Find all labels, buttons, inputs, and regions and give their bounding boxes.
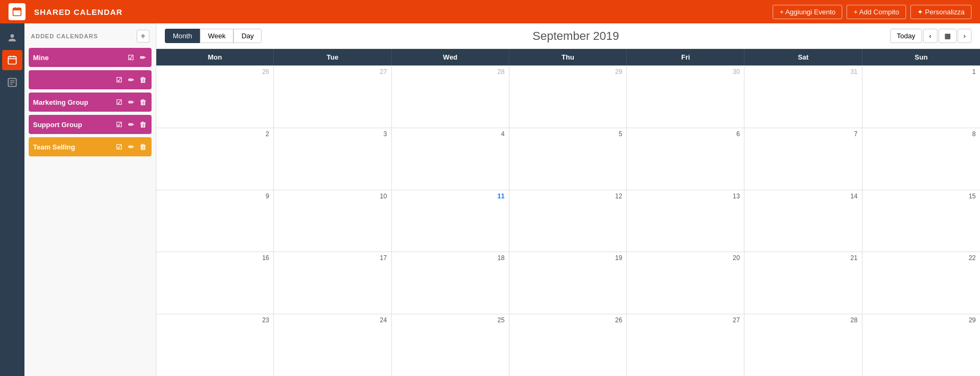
top-bar: SHARED CALENDAR + Aggiungi Evento + Add …	[0, 0, 980, 23]
cal-cell-28-aug[interactable]: 28	[392, 66, 509, 128]
calendar-area: ‹ Month Week Day September 2019 Today ‹ …	[156, 23, 980, 376]
prev-month-button[interactable]: ‹	[923, 29, 937, 43]
calendar-header-row: Mon Tue Wed Thu Fri Sat Sun	[156, 49, 980, 65]
add-calendar-button[interactable]: +	[137, 30, 149, 43]
cal-cell-25[interactable]: 25	[392, 314, 509, 376]
view-month-button[interactable]: Month	[165, 29, 200, 43]
cal-cell-21[interactable]: 21	[744, 252, 862, 314]
main-layout: ADDED CALENDARS + Mine ☑ ✏ ☑ ✏ 🗑 Marketi…	[0, 23, 980, 376]
add-task-button[interactable]: + Add Compito	[847, 5, 906, 19]
header-tue: Tue	[274, 49, 391, 65]
cal-cell-9[interactable]: 9	[156, 190, 274, 252]
calendar-body: 26 27 28 29 30 31 1 2 3 4 5 6 7 8	[156, 65, 980, 376]
nav-calendar[interactable]	[2, 50, 22, 70]
calendar-item-mine[interactable]: Mine ☑ ✏	[29, 48, 152, 67]
calendar-label-marketing: Marketing Group	[33, 98, 114, 106]
cal-cell-4[interactable]: 4	[392, 128, 509, 190]
delete-icon-sell[interactable]: 🗑	[138, 142, 147, 152]
app-title: SHARED CALENDAR	[34, 7, 768, 16]
cal-cell-18[interactable]: 18	[392, 252, 509, 314]
cal-cell-13[interactable]: 13	[627, 190, 744, 252]
app-icon	[9, 3, 26, 20]
calendar-label-selling: Team Selling	[33, 143, 114, 151]
nav-tasks[interactable]	[2, 72, 22, 93]
header-mon: Mon	[156, 49, 274, 65]
cal-cell-31-aug[interactable]: 31	[744, 66, 862, 128]
cal-cell-29-sep[interactable]: 29	[862, 314, 980, 376]
cal-cell-27-aug[interactable]: 27	[274, 66, 391, 128]
grid-view-button[interactable]: ▦	[939, 29, 957, 43]
check-icon-mkt[interactable]: ☑	[114, 97, 124, 107]
cal-cell-3[interactable]: 3	[274, 128, 391, 190]
edit-icon-sell[interactable]: ✏	[126, 142, 136, 152]
cal-cell-14[interactable]: 14	[744, 190, 862, 252]
calendar-label-mine: Mine	[33, 54, 126, 62]
view-week-button[interactable]: Week	[200, 29, 233, 43]
header-thu: Thu	[509, 49, 627, 65]
cal-cell-10[interactable]: 10	[274, 190, 391, 252]
month-title: September 2019	[266, 29, 885, 43]
cal-cell-11[interactable]: 11	[392, 190, 509, 252]
cal-cell-29-aug[interactable]: 29	[509, 66, 627, 128]
edit-icon-sup[interactable]: ✏	[126, 120, 136, 129]
svg-rect-1	[13, 8, 21, 10]
sidebar: ADDED CALENDARS + Mine ☑ ✏ ☑ ✏ 🗑 Marketi…	[24, 23, 156, 376]
calendar-item-group2[interactable]: ☑ ✏ 🗑	[29, 70, 152, 89]
next-month-button[interactable]: ›	[958, 29, 971, 43]
calendar-toolbar: Month Week Day September 2019 Today ‹ ▦ …	[156, 23, 980, 49]
calendar-item-selling[interactable]: Team Selling ☑ ✏ 🗑	[29, 137, 152, 156]
cal-cell-16[interactable]: 16	[156, 252, 274, 314]
check-icon-sup[interactable]: ☑	[114, 120, 124, 129]
cal-cell-17[interactable]: 17	[274, 252, 391, 314]
cal-cell-26-aug[interactable]: 26	[156, 66, 274, 128]
cal-cell-7[interactable]: 7	[744, 128, 862, 190]
check-icon-sell[interactable]: ☑	[114, 142, 124, 152]
edit-icon-mkt[interactable]: ✏	[126, 97, 136, 107]
today-button[interactable]: Today	[890, 29, 923, 43]
cal-cell-1-sep[interactable]: 1	[862, 66, 980, 128]
cal-cell-2[interactable]: 2	[156, 128, 274, 190]
sidebar-header: ADDED CALENDARS +	[29, 30, 152, 48]
delete-icon-2[interactable]: 🗑	[138, 75, 147, 85]
added-calendars-label: ADDED CALENDARS	[31, 33, 98, 39]
icon-bar	[0, 23, 24, 376]
calendar-item-support[interactable]: Support Group ☑ ✏ 🗑	[29, 115, 152, 134]
week-row-2: 2 3 4 5 6 7 8	[156, 128, 980, 190]
week-row-3: 9 10 11 12 13 14 15	[156, 190, 980, 252]
cal-cell-6[interactable]: 6	[627, 128, 744, 190]
cal-cell-15[interactable]: 15	[862, 190, 980, 252]
calendar-item-marketing[interactable]: Marketing Group ☑ ✏ 🗑	[29, 93, 152, 112]
view-day-button[interactable]: Day	[233, 29, 262, 43]
cal-cell-22[interactable]: 22	[862, 252, 980, 314]
week-row-4: 16 17 18 19 20 21 22	[156, 252, 980, 314]
delete-icon-mkt[interactable]: 🗑	[138, 97, 147, 107]
cal-cell-26-sep[interactable]: 26	[509, 314, 627, 376]
svg-rect-4	[9, 56, 16, 64]
view-button-group: Month Week Day	[165, 29, 262, 43]
cal-cell-5[interactable]: 5	[509, 128, 627, 190]
edit-icon-2[interactable]: ✏	[126, 75, 136, 85]
add-event-button[interactable]: + Aggiungi Evento	[773, 5, 842, 19]
cal-cell-8[interactable]: 8	[862, 128, 980, 190]
header-sun: Sun	[862, 49, 980, 65]
cal-cell-28-sep[interactable]: 28	[744, 314, 862, 376]
header-fri: Fri	[627, 49, 744, 65]
edit-icon[interactable]: ✏	[138, 53, 147, 62]
calendar-label-support: Support Group	[33, 121, 114, 129]
header-wed: Wed	[392, 49, 509, 65]
cal-cell-19[interactable]: 19	[509, 252, 627, 314]
cal-cell-20[interactable]: 20	[627, 252, 744, 314]
check-icon[interactable]: ☑	[126, 53, 136, 62]
week-row-5: 23 24 25 26 27 28 29	[156, 314, 980, 376]
nav-contacts[interactable]	[2, 28, 22, 48]
cal-cell-24[interactable]: 24	[274, 314, 391, 376]
cal-cell-27-sep[interactable]: 27	[627, 314, 744, 376]
header-sat: Sat	[744, 49, 862, 65]
check-icon-2[interactable]: ☑	[114, 75, 124, 85]
cal-cell-23[interactable]: 23	[156, 314, 274, 376]
nav-button-group: Today ‹ ▦ ›	[890, 29, 971, 43]
delete-icon-sup[interactable]: 🗑	[138, 120, 147, 129]
cal-cell-12[interactable]: 12	[509, 190, 627, 252]
cal-cell-30-aug[interactable]: 30	[627, 66, 744, 128]
customize-button[interactable]: ✦ Personalizza	[910, 5, 971, 19]
